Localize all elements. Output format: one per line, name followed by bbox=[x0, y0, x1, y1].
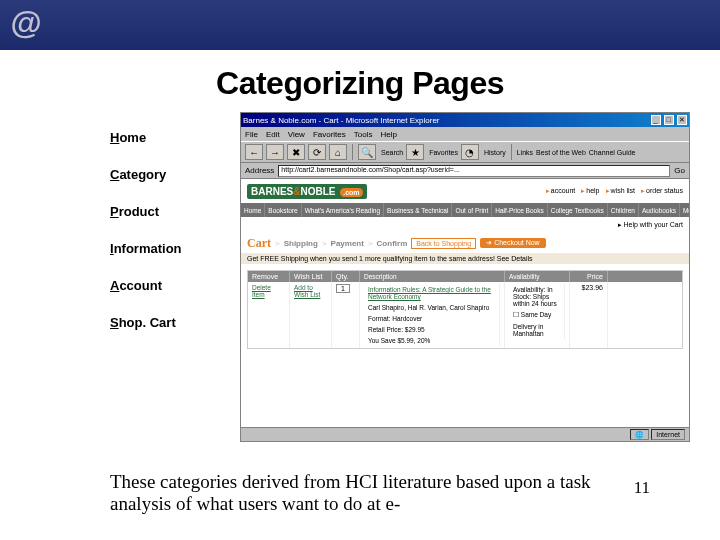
delete-item-link[interactable]: Delete Item bbox=[252, 284, 271, 298]
minimize-icon[interactable]: _ bbox=[651, 115, 661, 125]
forward-icon[interactable]: → bbox=[266, 144, 284, 160]
item-description: Information Rules: A Strategic Guide to … bbox=[360, 282, 505, 348]
category-shop-cart: Shop. Cart bbox=[110, 315, 182, 330]
link-account[interactable]: account bbox=[546, 187, 576, 195]
link-wish-list[interactable]: wish list bbox=[606, 187, 636, 195]
account-links: account help wish list order status bbox=[546, 187, 683, 195]
toolbar-search-label: Search bbox=[381, 149, 403, 156]
checkout-now-button[interactable]: Checkout Now bbox=[480, 238, 546, 248]
window-title: Barnes & Noble.com - Cart - Microsoft In… bbox=[243, 116, 440, 125]
col-qty: Qty. bbox=[332, 271, 360, 282]
home-icon[interactable]: ⌂ bbox=[329, 144, 347, 160]
add-wish-list-link[interactable]: Add to Wish List bbox=[294, 284, 320, 298]
back-icon[interactable]: ← bbox=[245, 144, 263, 160]
nav-music[interactable]: Music bbox=[680, 203, 689, 217]
col-desc: Description bbox=[360, 271, 505, 282]
nav-home[interactable]: Home bbox=[241, 203, 264, 217]
nav-business-technical[interactable]: Business & Technical bbox=[384, 203, 451, 217]
item-price: $23.96 bbox=[570, 282, 608, 348]
free-shipping-banner: Get FREE Shipping when you send 1 more q… bbox=[241, 253, 689, 264]
address-label: Address bbox=[245, 166, 274, 175]
qty-input[interactable]: 1 bbox=[336, 284, 350, 293]
menu-view[interactable]: View bbox=[288, 130, 305, 139]
link-channel-guide[interactable]: Channel Guide bbox=[589, 149, 636, 156]
search-icon[interactable]: 🔍 bbox=[358, 144, 376, 160]
nav-out-of-print[interactable]: Out of Print bbox=[452, 203, 491, 217]
item-author: Carl Shapiro, Hal R. Varian, Carol Shapi… bbox=[364, 302, 500, 313]
bn-header: BARNES&NOBLE account help wish list orde… bbox=[241, 179, 689, 203]
link-best-of-web[interactable]: Best of the Web bbox=[536, 149, 586, 156]
address-bar: Address http://cart2.barnesandnoble.com/… bbox=[241, 163, 689, 179]
maximize-icon[interactable]: □ bbox=[664, 115, 674, 125]
item-availability: Availability: In Stock: Ships within 24 … bbox=[505, 282, 570, 348]
item-retail-price: Retail Price: $29.95 bbox=[364, 324, 500, 335]
bn-nav: Home Bookstore What's America's Reading … bbox=[241, 203, 689, 217]
slide-title: Categorizing Pages bbox=[0, 65, 720, 102]
history-icon[interactable]: ◔ bbox=[461, 144, 479, 160]
toolbar-history-label: History bbox=[484, 149, 506, 156]
nav-college-textbooks[interactable]: College Textbooks bbox=[548, 203, 607, 217]
status-zone: Internet bbox=[651, 429, 685, 440]
slide-header-bar: @ bbox=[0, 0, 720, 50]
cart-table-header: Remove Wish List Qty. Description Availa… bbox=[248, 271, 682, 282]
menu-edit[interactable]: Edit bbox=[266, 130, 280, 139]
nav-americas-reading[interactable]: What's America's Reading bbox=[302, 203, 383, 217]
category-category: Category bbox=[110, 167, 182, 182]
nav-audiobooks[interactable]: Audiobooks bbox=[639, 203, 679, 217]
crumb-confirm: Confirm bbox=[377, 239, 408, 248]
crumb-payment: Payment bbox=[331, 239, 364, 248]
col-remove: Remove bbox=[248, 271, 290, 282]
refresh-icon[interactable]: ⟳ bbox=[308, 144, 326, 160]
toolbar: ← → ✖ ⟳ ⌂ 🔍 Search ★ Favorites ◔ History… bbox=[241, 141, 689, 163]
links-label: Links bbox=[517, 149, 533, 156]
address-input[interactable]: http://cart2.barnesandnoble.com/Shop/car… bbox=[278, 165, 670, 177]
browser-window: Barnes & Noble.com - Cart - Microsoft In… bbox=[240, 112, 690, 442]
at-symbol-decoration: @ bbox=[10, 5, 41, 42]
item-title[interactable]: Information Rules: A Strategic Guide to … bbox=[364, 284, 500, 302]
col-price: Price bbox=[570, 271, 608, 282]
stop-icon[interactable]: ✖ bbox=[287, 144, 305, 160]
toolbar-favorites-label: Favorites bbox=[429, 149, 458, 156]
same-day-checkbox[interactable]: ☐ Same Day bbox=[509, 309, 565, 321]
cart-table: Remove Wish List Qty. Description Availa… bbox=[247, 270, 683, 349]
category-information: Information bbox=[110, 241, 182, 256]
col-avail: Availability bbox=[505, 271, 570, 282]
back-to-shopping-button[interactable]: Back to Shopping bbox=[411, 238, 476, 249]
nav-half-price[interactable]: Half-Price Books bbox=[492, 203, 546, 217]
crumb-cart: Cart bbox=[247, 236, 271, 251]
slide-footer-note: These categories derived from HCI litera… bbox=[110, 471, 650, 515]
status-bar: 🌐 Internet bbox=[241, 427, 689, 441]
favorites-icon[interactable]: ★ bbox=[406, 144, 424, 160]
help-with-cart-link[interactable]: ▸ Help with your Cart bbox=[241, 217, 689, 233]
crumb-shipping: Shipping bbox=[284, 239, 318, 248]
globe-icon: 🌐 bbox=[630, 429, 649, 440]
nav-bookstore[interactable]: Bookstore bbox=[265, 203, 300, 217]
menu-file[interactable]: File bbox=[245, 130, 258, 139]
nav-children[interactable]: Children bbox=[608, 203, 638, 217]
checkout-breadcrumb: Cart > Shipping > Payment > Confirm Back… bbox=[241, 233, 689, 253]
item-format: Format: Hardcover bbox=[364, 313, 500, 324]
bn-logo[interactable]: BARNES&NOBLE bbox=[247, 184, 367, 199]
go-button[interactable]: Go bbox=[674, 166, 685, 175]
menu-help[interactable]: Help bbox=[380, 130, 396, 139]
menu-bar: File Edit View Favorites Tools Help bbox=[241, 127, 689, 141]
item-savings: You Save $5.99, 20% bbox=[364, 335, 500, 346]
menu-tools[interactable]: Tools bbox=[354, 130, 373, 139]
category-account: Account bbox=[110, 278, 182, 293]
link-order-status[interactable]: order status bbox=[641, 187, 683, 195]
slide-number: 11 bbox=[634, 478, 650, 498]
page-content: BARNES&NOBLE account help wish list orde… bbox=[241, 179, 689, 427]
menu-favorites[interactable]: Favorites bbox=[313, 130, 346, 139]
col-wish: Wish List bbox=[290, 271, 332, 282]
link-help[interactable]: help bbox=[581, 187, 599, 195]
cart-row: Delete Item Add to Wish List 1 Informati… bbox=[248, 282, 682, 348]
window-titlebar: Barnes & Noble.com - Cart - Microsoft In… bbox=[241, 113, 689, 127]
category-product: Product bbox=[110, 204, 182, 219]
category-home: Home bbox=[110, 130, 182, 145]
close-icon[interactable]: ✕ bbox=[677, 115, 687, 125]
category-list: Home Category Product Information Accoun… bbox=[110, 130, 182, 352]
